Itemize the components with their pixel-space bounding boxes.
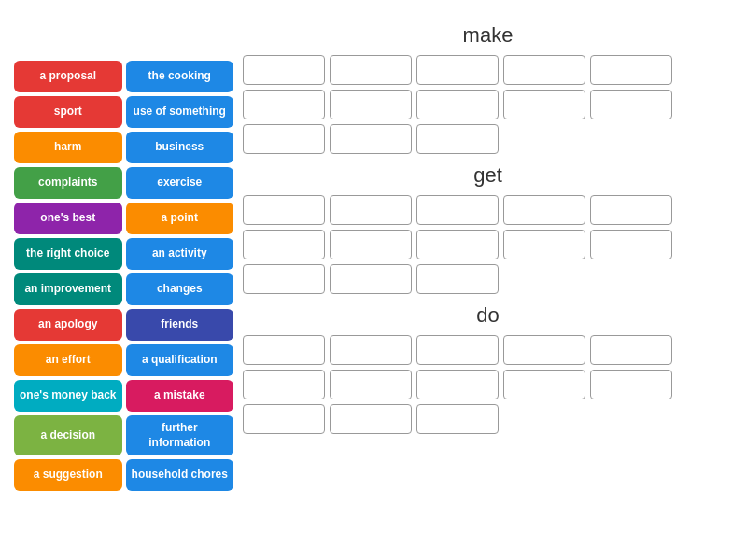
drop-cell[interactable] — [330, 195, 412, 225]
drop-cell[interactable] — [330, 404, 412, 434]
drop-cell[interactable] — [243, 230, 325, 259]
word-tile[interactable]: complaints — [14, 167, 122, 199]
drop-cell[interactable] — [330, 264, 412, 294]
drop-cell[interactable] — [330, 335, 412, 365]
drop-cell[interactable] — [243, 335, 325, 365]
drop-grid-do — [243, 335, 733, 434]
section-make: make — [243, 23, 733, 154]
drop-grid-make — [243, 55, 733, 154]
drop-cell[interactable] — [330, 55, 412, 85]
word-tile[interactable]: sport — [14, 96, 122, 128]
drop-cell[interactable] — [503, 230, 585, 259]
drop-row — [243, 264, 733, 294]
drop-cell[interactable] — [590, 90, 672, 119]
drop-cell[interactable] — [243, 124, 325, 154]
drop-cell[interactable] — [416, 90, 499, 119]
drop-row — [243, 404, 733, 434]
drop-cell[interactable] — [503, 370, 585, 399]
section-title-make: make — [243, 23, 733, 48]
drop-cell[interactable] — [503, 195, 585, 225]
drop-cell[interactable] — [243, 404, 325, 434]
drop-row — [243, 124, 733, 154]
word-tile[interactable]: business — [126, 132, 234, 163]
word-tile[interactable]: the cooking — [126, 61, 234, 92]
drop-cell[interactable] — [590, 230, 672, 259]
word-tile[interactable]: one's money back — [14, 380, 122, 412]
drop-row — [243, 370, 733, 399]
drop-cell[interactable] — [590, 195, 672, 225]
word-tile[interactable]: an apology — [14, 309, 122, 341]
drop-cell[interactable] — [330, 124, 412, 154]
drop-row — [243, 55, 733, 85]
word-tile[interactable]: an improvement — [14, 273, 122, 305]
word-tile[interactable]: household chores — [126, 459, 234, 491]
drop-cell[interactable] — [243, 55, 325, 85]
drop-cell[interactable] — [416, 335, 499, 365]
section-title-do: do — [243, 303, 733, 328]
drop-cell[interactable] — [330, 230, 412, 259]
drop-grid-get — [243, 195, 733, 294]
drop-cell[interactable] — [243, 90, 325, 119]
drop-cell[interactable] — [416, 230, 499, 259]
section-get: get — [243, 163, 733, 294]
word-tile[interactable]: an effort — [14, 344, 122, 376]
drop-cell[interactable] — [243, 195, 325, 225]
drop-row — [243, 195, 733, 225]
word-tile[interactable]: harm — [14, 132, 122, 163]
drop-cell[interactable] — [503, 335, 585, 365]
word-tile[interactable]: a proposal — [14, 61, 122, 92]
drop-cell[interactable] — [243, 370, 325, 399]
drop-cell[interactable] — [590, 55, 672, 85]
drop-row — [243, 90, 733, 119]
drop-cell[interactable] — [503, 55, 585, 85]
drop-cell[interactable] — [503, 90, 585, 119]
word-tile[interactable]: friends — [126, 309, 234, 341]
drop-cell[interactable] — [416, 124, 499, 154]
drop-cell[interactable] — [590, 370, 672, 399]
word-tile[interactable]: a point — [126, 203, 234, 234]
main-container: a proposalthe cookingsportuse of somethi… — [0, 0, 747, 560]
drop-row — [243, 230, 733, 259]
word-tile[interactable]: changes — [126, 273, 234, 305]
word-tile[interactable]: one's best — [14, 203, 122, 234]
drop-cell[interactable] — [330, 370, 412, 399]
word-tile[interactable]: a suggestion — [14, 459, 122, 491]
drop-cell[interactable] — [416, 55, 499, 85]
word-tile[interactable]: a mistake — [126, 380, 234, 412]
word-tile[interactable]: an activity — [126, 238, 234, 270]
drop-cell[interactable] — [416, 370, 499, 399]
word-tile[interactable]: further information — [126, 415, 234, 455]
section-title-get: get — [243, 163, 733, 188]
word-tile[interactable]: exercise — [126, 167, 234, 199]
drop-cell[interactable] — [590, 335, 672, 365]
word-tile[interactable]: a qualification — [126, 344, 234, 376]
section-do: do — [243, 303, 733, 434]
word-bank: a proposalthe cookingsportuse of somethi… — [14, 14, 233, 546]
drop-row — [243, 335, 733, 365]
drop-cell[interactable] — [416, 404, 499, 434]
drop-cell[interactable] — [243, 264, 325, 294]
drop-cell[interactable] — [330, 90, 412, 119]
word-tile[interactable]: the right choice — [14, 238, 122, 270]
drop-zones: makegetdo — [243, 14, 733, 546]
drop-cell[interactable] — [416, 195, 499, 225]
drop-cell[interactable] — [416, 264, 499, 294]
word-tile[interactable]: use of something — [126, 96, 234, 128]
word-tile[interactable]: a decision — [14, 415, 122, 455]
